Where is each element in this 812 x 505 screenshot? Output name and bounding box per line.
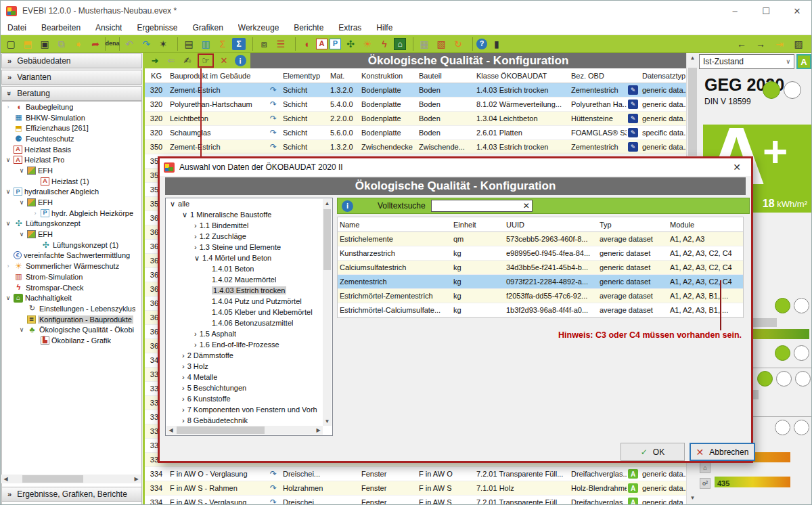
import-icon[interactable]: ➧ bbox=[71, 37, 86, 51]
menu-item[interactable]: Extras bbox=[338, 23, 361, 32]
dialog-tree-beton[interactable]: 1.4.01 Beton bbox=[166, 263, 332, 274]
tree-expander-icon[interactable]: › bbox=[194, 330, 197, 338]
dialog-tree-zuschlaege[interactable]: › 1.2 Zuschläge bbox=[166, 231, 332, 242]
sun-icon[interactable]: ☀ bbox=[360, 37, 375, 51]
sidebar-item-efh[interactable]: ∨ EFH bbox=[2, 165, 141, 176]
dataset-edit-icon[interactable]: ✎ bbox=[628, 114, 638, 123]
sidebar-item-sommerlicher-waermeschutz[interactable]: › ☀ Sommerlicher Wärmeschutz bbox=[2, 261, 141, 271]
sidebar-item-efh-2[interactable]: ∨ EFH bbox=[2, 197, 141, 208]
doc-delete-icon[interactable]: ▧ bbox=[434, 37, 449, 51]
tree-expander-icon[interactable]: › bbox=[194, 243, 197, 251]
tree-expander-icon[interactable]: › bbox=[194, 341, 197, 349]
sidebar-section-gebaeudedaten[interactable]: » Gebäudedaten bbox=[1, 53, 142, 68]
dena-icon[interactable]: dena bbox=[105, 37, 120, 51]
structure-icon[interactable]: ⧈ bbox=[256, 37, 271, 51]
sidebar-item-bhkw-simulation[interactable]: ▦ BHKW-Simulation bbox=[2, 112, 141, 123]
dialog-tree-beschichtungen[interactable]: › 5 Beschichtungen bbox=[166, 382, 332, 393]
tree-expander-icon[interactable]: › bbox=[194, 221, 197, 229]
table-row[interactable]: 320 Zement-Estrich ↷ Schicht 1.3.2.0 Bod… bbox=[145, 83, 686, 97]
dialog-tree-betonzusatzmittel[interactable]: 1.4.06 Betonzusatzmittel bbox=[166, 317, 332, 328]
col-bauteil[interactable]: Bauteil bbox=[417, 72, 474, 80]
sidebar-section-beratung[interactable]: » Beratung bbox=[1, 86, 142, 101]
col-einheit[interactable]: Einheit bbox=[451, 221, 504, 229]
ok-button[interactable]: ✓ OK bbox=[621, 443, 685, 461]
tree-expander-icon[interactable]: › bbox=[182, 405, 185, 414]
nav-back-icon[interactable]: ← bbox=[734, 37, 749, 51]
sidebar-item-nachhaltigkeit[interactable]: ∨ ⌂ Nachhaltigkeit bbox=[2, 292, 141, 303]
sidebar-item-konfiguration-bauprodukte[interactable]: ≣ Konfiguration - Bauprodukte bbox=[2, 314, 141, 325]
hydraulik-icon[interactable]: P bbox=[330, 39, 341, 49]
col-uuid[interactable]: UUID bbox=[504, 221, 597, 229]
sidebar-item-lueftungskonzept[interactable]: ∨ ✣ Lüftungskonzept bbox=[2, 219, 141, 229]
dialog-tree-metalle[interactable]: › 4 Metalle bbox=[166, 372, 332, 382]
undo-icon[interactable]: ↶ bbox=[122, 37, 137, 51]
doc-stats-icon[interactable]: ▥ bbox=[198, 37, 213, 51]
tree-expander-icon[interactable]: ∨ bbox=[18, 231, 25, 238]
sidebar-item-hydr-abgleich-heizkoerper[interactable]: › P hydr. Abgleich Heizkörpe bbox=[2, 208, 141, 219]
exit-door-icon[interactable]: ▮ bbox=[489, 37, 504, 51]
nav-forward-icon[interactable]: → bbox=[753, 37, 768, 51]
redo-icon[interactable]: ↷ bbox=[139, 37, 154, 51]
scroll-up-icon[interactable]: ▲ bbox=[687, 53, 698, 63]
tree-expander-icon[interactable]: › bbox=[5, 263, 12, 269]
separator[interactable] bbox=[468, 37, 473, 51]
list-icon[interactable]: ☰ bbox=[273, 37, 288, 51]
col-mat[interactable]: Mat. bbox=[328, 72, 359, 80]
tree-expander-icon[interactable]: › bbox=[182, 362, 185, 370]
table-row[interactable]: 350 Zement-Estrich ↷ Schicht 1.3.2.0 Zwi… bbox=[145, 140, 686, 154]
scrollbar-thumb[interactable] bbox=[323, 209, 331, 270]
report-icon[interactable]: ▤ bbox=[181, 37, 196, 51]
table-row[interactable]: 334 F in AW O - Verglasung ↷ Dreischei..… bbox=[145, 467, 686, 481]
minimize-button[interactable]: – bbox=[719, 1, 750, 21]
dialog-tree-moertel-und-beton[interactable]: ∨ 1.4 Mörtel und Beton bbox=[166, 252, 332, 263]
dataset-row[interactable]: Estrichmörtel-Calciumsulfate... kg 1b3f2… bbox=[338, 303, 743, 317]
scroll-left-icon[interactable]: ◀ bbox=[1, 475, 10, 483]
tree-expander-icon[interactable]: ∨ bbox=[5, 188, 12, 195]
menu-item[interactable]: Datei bbox=[7, 23, 26, 32]
dialog-tree-end-of-life[interactable]: › 1.6 End-of-life-Prozesse bbox=[166, 339, 332, 350]
cancel-button[interactable]: ✕ Abbrechen bbox=[690, 443, 755, 461]
dialog-tree-estrich-trocken[interactable]: 1.4.03 Estrich trocken bbox=[166, 285, 332, 296]
tree-expander-icon[interactable]: › bbox=[182, 373, 185, 381]
col-name[interactable]: Name bbox=[338, 221, 451, 229]
menu-item[interactable]: Berichte bbox=[294, 23, 323, 32]
menu-item[interactable]: Werkzeuge bbox=[238, 23, 279, 32]
dialog-tree-mineralische-baustoffe[interactable]: ∨ 1 Mineralische Baustoffe bbox=[166, 209, 332, 220]
tree-expander-icon[interactable]: ∨ bbox=[194, 254, 200, 263]
table-row[interactable]: 320 Leichtbeton ↷ Schicht 2.2.0.0 Bodenp… bbox=[145, 112, 686, 126]
dialog-tree-holz[interactable]: › 3 Holz bbox=[166, 361, 332, 372]
export-icon[interactable]: ➦ bbox=[88, 37, 103, 51]
scrollbar-thumb[interactable] bbox=[177, 426, 265, 434]
col-typ[interactable]: Typ bbox=[597, 221, 668, 229]
copy-icon[interactable]: ⧉ bbox=[54, 37, 69, 51]
sum-icon[interactable]: Σ bbox=[215, 37, 230, 51]
sidebar-item-oekobilanz-grafik[interactable]: ▙ Ökobilanz - Grafik bbox=[2, 335, 141, 346]
menu-item[interactable]: Grafiken bbox=[192, 23, 223, 32]
sidebar-item-einstellungen-lebenszyklus[interactable]: ↻ Einstellungen - Lebenszyklus bbox=[2, 303, 141, 314]
tree-vertical-scrollbar[interactable]: ▲ ▼ bbox=[323, 199, 332, 426]
sidebar-item-oekologische-qualitaet[interactable]: ∨ ♣ Ökologische Qualität - Ökobi bbox=[2, 324, 141, 335]
sidebar-item-sachwertermittlung[interactable]: € vereinfachte Sachwertermittlung bbox=[2, 250, 141, 261]
sidebar-item-feuchteschutz[interactable]: ⚈ Feuchteschutz bbox=[2, 133, 141, 144]
sidebar-item-lueftungskonzept-1[interactable]: ✣ Lüftungskonzept (1) bbox=[2, 240, 141, 250]
new-file-icon[interactable]: ▢ bbox=[3, 37, 18, 51]
dataset-row[interactable]: Calciumsulfatestrich kg 34d3bb5e-f241-45… bbox=[338, 261, 743, 275]
dialog-tree-komponenten-fenster[interactable]: › 7 Komponenten von Fenstern und Vorh bbox=[166, 404, 332, 415]
separator[interactable] bbox=[408, 37, 413, 51]
save-icon[interactable]: ▣ bbox=[37, 37, 52, 51]
sidebar-horizontal-scrollbar[interactable]: ◀ ▶ bbox=[1, 475, 141, 483]
scroll-down-icon[interactable]: ▼ bbox=[687, 493, 698, 503]
scroll-down-icon[interactable]: ▼ bbox=[323, 417, 332, 426]
sidebar-item-stromspar-check[interactable]: ϟ Stromspar-Check bbox=[2, 282, 141, 293]
wizard-icon[interactable]: ✶ bbox=[156, 37, 171, 51]
construction-cap-icon[interactable]: ◖ bbox=[299, 37, 314, 51]
dialog-tree-kunststoffe[interactable]: › 6 Kunststoffe bbox=[166, 393, 332, 404]
table-row[interactable]: 334 F in AW S - Rahmen ↷ Holzrahmen Fens… bbox=[145, 481, 686, 496]
open-folder-icon[interactable]: ⬒ bbox=[20, 37, 35, 51]
close-button[interactable]: ✕ bbox=[782, 1, 812, 21]
tree-horizontal-scrollbar[interactable]: ◀ ▶ bbox=[166, 426, 323, 435]
dataset-edit-icon[interactable]: ✎ bbox=[628, 142, 638, 152]
tree-expander-icon[interactable]: ∨ bbox=[182, 211, 187, 219]
separator[interactable] bbox=[290, 37, 296, 51]
menu-item[interactable]: Ansicht bbox=[95, 23, 122, 32]
